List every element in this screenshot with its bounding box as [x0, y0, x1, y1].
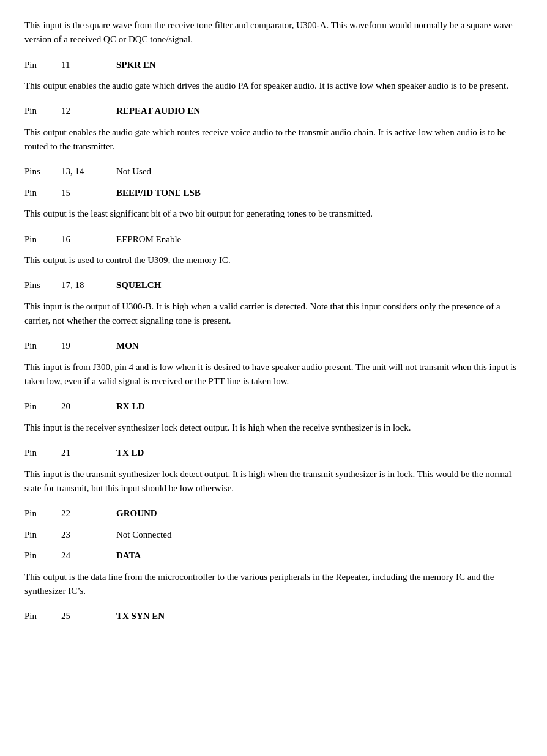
pin-line: Pin24DATA: [24, 549, 523, 563]
pin-label: Pin: [24, 399, 61, 413]
pin-line: Pins17, 18SQUELCH: [24, 278, 523, 292]
pin-line: Pin11SPKR EN: [24, 58, 523, 72]
pin-name: EEPROM Enable: [116, 232, 181, 246]
pin-number: 17, 18: [61, 278, 116, 292]
pin-line: Pin16EEPROM Enable: [24, 232, 523, 246]
pin-name: MON: [116, 339, 139, 353]
pin-description: This input is the receiver synthesizer l…: [24, 421, 523, 435]
pin-description: This input is from J300, pin 4 and is lo…: [24, 360, 523, 389]
pin-label: Pin: [24, 58, 61, 72]
pin-name: SPKR EN: [116, 58, 156, 72]
intro-paragraph: This input is the square wave from the r…: [24, 18, 523, 47]
pin-label: Pin: [24, 609, 61, 623]
pin-number: 21: [61, 446, 116, 460]
pin-number: 15: [61, 186, 116, 200]
pins-container: Pin11SPKR ENThis output enables the audi…: [24, 58, 523, 623]
pin-number: 13, 14: [61, 165, 116, 179]
pin-name: BEEP/ID TONE LSB: [116, 186, 201, 200]
pin-name: TX LD: [116, 446, 144, 460]
pin-name: RX LD: [116, 399, 144, 413]
pin-name: SQUELCH: [116, 278, 161, 292]
pin-name: DATA: [116, 549, 141, 563]
pin-number: 22: [61, 506, 116, 521]
pin-description: This output enables the audio gate which…: [24, 79, 523, 93]
pin-label: Pin: [24, 339, 61, 353]
pin-number: 20: [61, 399, 116, 413]
pin-line: Pin22GROUND: [24, 506, 523, 521]
pin-line: Pin19MON: [24, 339, 523, 353]
pin-line: Pin23Not Connected: [24, 528, 523, 542]
pin-number: 23: [61, 528, 116, 542]
pin-name: REPEAT AUDIO EN: [116, 104, 200, 118]
pin-label: Pins: [24, 278, 61, 292]
pin-description: This input is the transmit synthesizer l…: [24, 467, 523, 496]
pin-number: 24: [61, 549, 116, 563]
pin-number: 16: [61, 232, 116, 246]
pin-description: This input is the output of U300-B. It i…: [24, 300, 523, 328]
pin-name: Not Connected: [116, 528, 171, 542]
pin-label: Pin: [24, 549, 61, 563]
pin-line: Pin25TX SYN EN: [24, 609, 523, 623]
pin-description: This output is the least significant bit…: [24, 207, 523, 221]
pin-label: Pin: [24, 104, 61, 118]
pin-description: This output is used to control the U309,…: [24, 253, 523, 267]
pin-description: This output is the data line from the mi…: [24, 570, 523, 599]
pin-label: Pin: [24, 506, 61, 521]
pin-number: 19: [61, 339, 116, 353]
pin-name: TX SYN EN: [116, 609, 165, 623]
pin-line: Pin20RX LD: [24, 399, 523, 413]
pin-label: Pin: [24, 232, 61, 246]
pin-name: Not Used: [116, 165, 151, 179]
page-content: This input is the square wave from the r…: [24, 18, 523, 623]
pin-description: This output enables the audio gate which…: [24, 125, 523, 154]
pin-label: Pin: [24, 528, 61, 542]
pin-number: 12: [61, 104, 116, 118]
pin-line: Pin15BEEP/ID TONE LSB: [24, 186, 523, 200]
pin-line: Pins13, 14Not Used: [24, 165, 523, 179]
pin-label: Pins: [24, 165, 61, 179]
pin-number: 25: [61, 609, 116, 623]
pin-label: Pin: [24, 446, 61, 460]
pin-label: Pin: [24, 186, 61, 200]
pin-number: 11: [61, 58, 116, 72]
pin-name: GROUND: [116, 506, 157, 521]
pin-line: Pin21TX LD: [24, 446, 523, 460]
pin-line: Pin12REPEAT AUDIO EN: [24, 104, 523, 118]
